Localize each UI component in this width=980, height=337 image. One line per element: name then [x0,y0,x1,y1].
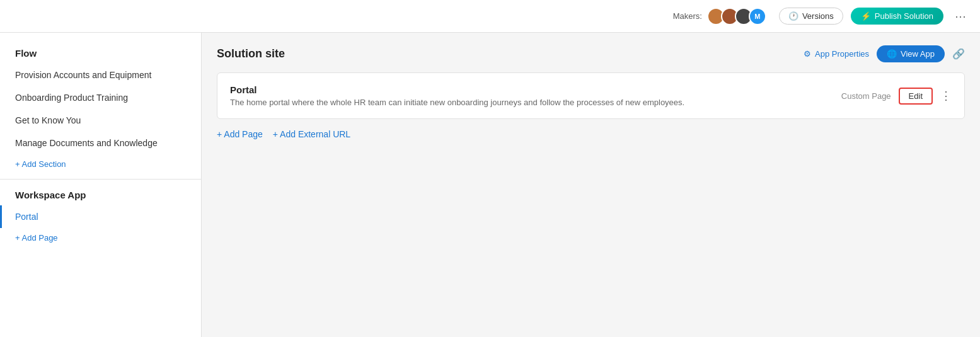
more-icon: ⋯ [955,10,966,23]
view-app-button[interactable]: 🌐 View App [877,45,945,62]
makers-row: Makers: M [673,8,771,25]
add-page-link-sidebar[interactable]: + Add Page [0,228,201,248]
publish-label: Publish Solution [875,11,933,21]
topbar: Makers: M 🕐 Versions ⚡ Publish Solution … [0,0,980,33]
sidebar-item-get-to-know[interactable]: Get to Know You [0,109,201,132]
sidebar-item-onboarding[interactable]: Onboarding Product Training [0,86,201,109]
sidebar-item-manage-docs[interactable]: Manage Documents and Knowledge [0,132,201,154]
link-icon: 🔗 [952,49,965,59]
edit-button[interactable]: Edit [899,88,933,105]
publish-icon: ⚡ [861,11,871,21]
avatar-m: M [749,8,766,25]
view-app-label: View App [901,49,935,59]
sidebar-item-label: Portal [15,212,38,222]
custom-page-label: Custom Page [841,91,891,101]
app-properties-label: App Properties [815,49,869,59]
content-area: Solution site ⚙ App Properties 🌐 View Ap… [202,33,980,337]
portal-description: The home portal where the whole HR team … [230,98,841,107]
sidebar-divider [0,179,201,180]
sidebar: Flow Provision Accounts and Equipment On… [0,33,202,337]
page-title: Solution site [217,47,285,60]
sidebar-section-flow: Flow [0,43,201,64]
portal-name: Portal [230,84,841,95]
sidebar-section-workspace: Workspace App [0,185,201,205]
sidebar-item-label: Provision Accounts and Equipment [15,70,151,80]
sidebar-item-label: Onboarding Product Training [15,93,128,103]
publish-solution-button[interactable]: ⚡ Publish Solution [851,8,943,25]
gear-icon: ⚙ [804,49,811,59]
versions-label: Versions [802,11,834,21]
sidebar-item-label: Manage Documents and Knowledge [15,138,158,148]
sidebar-item-portal[interactable]: Portal [0,205,201,228]
sidebar-item-provision[interactable]: Provision Accounts and Equipment [0,64,201,86]
versions-icon: 🕐 [788,11,798,21]
add-external-url-link[interactable]: + Add External URL [273,129,350,139]
add-page-link[interactable]: + Add Page [217,129,263,139]
add-section-link[interactable]: + Add Section [0,154,201,174]
makers-label: Makers: [673,11,702,21]
link-button[interactable]: 🔗 [952,48,965,60]
portal-right: Custom Page Edit ⋮ [841,88,952,105]
portal-card: Portal The home portal where the whole H… [217,72,965,119]
makers-avatars: M [707,8,766,25]
versions-button[interactable]: 🕐 Versions [779,8,843,25]
content-actions: ⚙ App Properties 🌐 View App 🔗 [804,45,965,62]
portal-info: Portal The home portal where the whole H… [230,84,841,107]
main-layout: Flow Provision Accounts and Equipment On… [0,33,980,337]
add-links: + Add Page + Add External URL [217,129,965,139]
app-properties-button[interactable]: ⚙ App Properties [804,49,869,59]
content-header: Solution site ⚙ App Properties 🌐 View Ap… [217,45,965,62]
kebab-menu-button[interactable]: ⋮ [940,89,952,103]
more-options-button[interactable]: ⋯ [951,7,970,26]
sidebar-item-label: Get to Know You [15,115,81,125]
globe-icon: 🌐 [887,49,897,59]
